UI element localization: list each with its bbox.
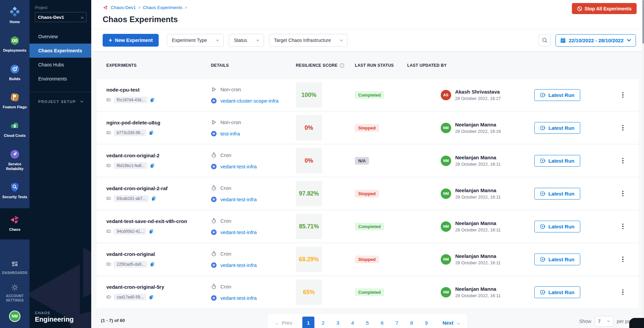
module-dashboards[interactable]: DASHBOARDS: [0, 257, 30, 279]
project-name: Chaos-Dev1: [38, 15, 81, 20]
experiments-table: EXPERIMENTS DETAILS RESILIENCE SCORE LAS…: [91, 52, 644, 328]
page-button-9[interactable]: 9: [420, 317, 432, 328]
breadcrumb-project-link[interactable]: Chaos-Dev1: [111, 5, 136, 10]
copy-icon[interactable]: [150, 163, 155, 168]
help-widget[interactable]: [629, 318, 644, 328]
date-range-picker[interactable]: 22/10/2022 - 28/10/2022: [555, 34, 636, 47]
infrastructure-link[interactable]: vedant-test-infra: [220, 164, 257, 169]
page-button-4[interactable]: 4: [346, 317, 359, 328]
sidebar-item-environments[interactable]: Environments: [30, 72, 91, 86]
page-button-5[interactable]: 5: [361, 317, 373, 328]
stop-all-experiments-button[interactable]: Stop All Experiments: [572, 3, 637, 14]
page-button-2[interactable]: 2: [317, 317, 329, 328]
project-setup-toggle[interactable]: PROJECT SETUP: [30, 92, 91, 104]
next-page-button[interactable]: Next →: [440, 317, 463, 328]
row-menu-button[interactable]: [618, 90, 628, 100]
row-menu-button[interactable]: [618, 156, 628, 165]
module-cloud-costs[interactable]: $ Cloud Costs: [0, 116, 30, 142]
sidebar-spacer: [0, 239, 30, 255]
chevron-down-icon: [80, 100, 84, 104]
infrastructure-link[interactable]: vedant-test-infra: [220, 229, 257, 235]
experiment-name[interactable]: vedant-cron-original: [106, 251, 211, 257]
module-service-reliability[interactable]: Service Reliability: [0, 145, 30, 175]
module-chaos[interactable]: Chaos: [0, 208, 30, 239]
page-button-7[interactable]: 7: [391, 317, 403, 328]
chaos-experiments-page: Home Deployments Builds Feature Flags $ …: [0, 0, 644, 328]
page-button-8[interactable]: 8: [406, 317, 418, 328]
sidebar-item-overview[interactable]: Overview: [30, 30, 91, 44]
copy-icon[interactable]: [150, 97, 155, 103]
module-security-tests[interactable]: Security Tests: [0, 178, 30, 204]
latest-run-button[interactable]: Latest Run: [534, 155, 580, 167]
copy-icon[interactable]: [150, 262, 155, 267]
resilience-score: 68.29%: [296, 247, 322, 272]
experiment-name[interactable]: nginx-pod-delete-u8sg: [106, 120, 211, 125]
experiment-name[interactable]: vedant-test-save-nd-exit-v8h-cron: [106, 218, 211, 224]
experiment-name[interactable]: vedant-cron-original-2-raf: [106, 185, 211, 191]
copy-icon[interactable]: [149, 294, 154, 300]
infrastructure-link[interactable]: vedant-test-infra: [220, 197, 257, 202]
filter-label: Status: [234, 38, 247, 43]
resilience-score: 97.82%: [296, 181, 322, 206]
row-menu-button[interactable]: [618, 189, 628, 198]
module-account-settings[interactable]: ACCOUNT SETTINGS: [0, 280, 30, 306]
copy-icon[interactable]: [149, 130, 154, 135]
builds-icon: [9, 64, 20, 74]
module-home[interactable]: Home: [0, 3, 30, 29]
expand-projects-icon[interactable]: »: [81, 14, 84, 20]
latest-run-button[interactable]: Latest Run: [534, 254, 580, 265]
page-button-3[interactable]: 3: [332, 317, 344, 328]
search-button[interactable]: [539, 34, 551, 46]
copy-icon[interactable]: [149, 229, 154, 234]
scrollbar-thumb[interactable]: [642, 0, 644, 44]
page-button-1[interactable]: 1: [302, 317, 314, 328]
infrastructure-link[interactable]: vedant-test-infra: [220, 295, 257, 301]
latest-run-button[interactable]: Latest Run: [534, 122, 580, 134]
infrastructure-link[interactable]: vedant-cluster-scope-infra: [220, 98, 278, 104]
column-resilience-score-label: RESILIENCE SCORE: [296, 63, 337, 68]
id-label: ID:: [106, 163, 112, 168]
breadcrumb-experiments-link[interactable]: Chaos Experiments: [143, 5, 182, 10]
latest-run-label: Latest Run: [548, 224, 575, 229]
svg-text:$: $: [13, 124, 16, 128]
page-button-6[interactable]: 6: [376, 317, 388, 328]
latest-run-button[interactable]: Latest Run: [534, 188, 580, 200]
row-menu-button[interactable]: [618, 222, 628, 231]
filter-experiment-type[interactable]: Experiment Type: [167, 34, 224, 47]
row-menu-button[interactable]: [618, 123, 628, 132]
latest-run-label: Latest Run: [548, 158, 575, 164]
module-deployments[interactable]: Deployments: [0, 31, 30, 57]
prev-page-button[interactable]: ← Prev: [272, 317, 295, 328]
dashboards-icon: [10, 260, 19, 269]
per-page-control: Show 7 per page: [579, 316, 636, 327]
infrastructure-link[interactable]: vedant-test-infra: [220, 262, 257, 268]
updated-by-name: Neelanjan Manna: [455, 253, 501, 259]
module-label: Deployments: [3, 48, 26, 53]
table-header-row: EXPERIMENTS DETAILS RESILIENCE SCORE LAS…: [97, 52, 639, 79]
user-avatar[interactable]: NM: [9, 311, 20, 322]
sidebar-item-chaos-hubs[interactable]: Chaos Hubs: [30, 58, 91, 72]
scrollbar[interactable]: [642, 0, 644, 328]
filter-target-chaos-infrastructure[interactable]: Target Chaos Infrastructure: [269, 34, 348, 47]
experiment-name[interactable]: vedant-cron-original-2: [106, 153, 211, 158]
avatar: NM: [441, 221, 451, 232]
experiment-name[interactable]: node-cpu-test: [106, 87, 211, 93]
id-label: ID:: [106, 229, 112, 234]
experiment-name[interactable]: vedant-cron-original-5ry: [106, 284, 211, 290]
per-page-select[interactable]: 7: [595, 316, 613, 327]
new-experiment-button[interactable]: + New Experiment: [103, 34, 159, 47]
infrastructure-link[interactable]: test-infra: [220, 131, 240, 136]
project-selector[interactable]: Chaos-Dev1 »: [35, 12, 87, 22]
info-icon[interactable]: [339, 63, 344, 68]
row-menu-button[interactable]: [618, 255, 628, 264]
row-menu-button[interactable]: [618, 287, 628, 297]
module-feature-flags[interactable]: Feature Flags: [0, 88, 30, 114]
module-label: Security Tests: [2, 195, 27, 200]
latest-run-button[interactable]: Latest Run: [534, 89, 580, 101]
sidebar-item-chaos-experiments[interactable]: Chaos Experiments: [30, 44, 91, 58]
module-builds[interactable]: Builds: [0, 60, 30, 86]
latest-run-button[interactable]: Latest Run: [534, 221, 580, 232]
latest-run-button[interactable]: Latest Run: [534, 286, 580, 298]
copy-icon[interactable]: [151, 196, 156, 201]
filter-status[interactable]: Status: [229, 34, 264, 47]
